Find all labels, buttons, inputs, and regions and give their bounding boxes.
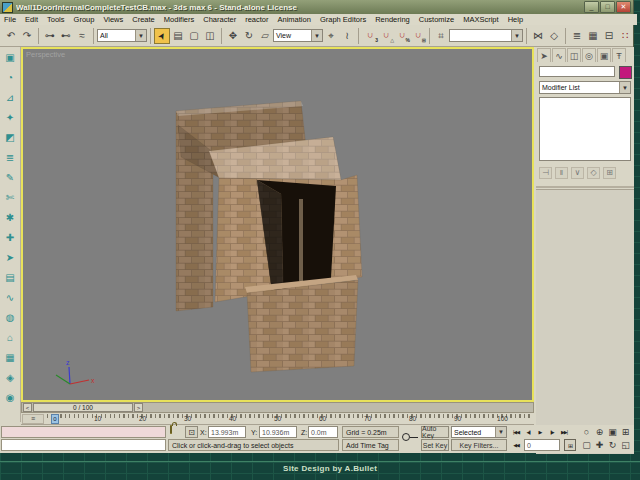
chevron-down-icon[interactable]: ▼ xyxy=(135,30,146,41)
menu-item[interactable]: Customize xyxy=(419,15,454,24)
next-frame-arrow[interactable]: > xyxy=(134,403,143,412)
left-toolbar-icon[interactable]: ◍ xyxy=(2,309,19,326)
key-filters-button[interactable]: Key Filters... xyxy=(451,439,507,451)
viewport-label[interactable]: Perspective xyxy=(26,50,65,59)
current-frame-field[interactable]: 0 xyxy=(524,439,560,451)
listener-field[interactable] xyxy=(1,439,166,451)
left-toolbar-icon[interactable]: ⊿ xyxy=(2,89,19,106)
mini-curve-editor-icon[interactable]: ≡ xyxy=(22,414,44,424)
unlink-selection-icon[interactable]: ⊷ xyxy=(58,28,74,44)
frame-marker[interactable]: 0 xyxy=(51,414,59,424)
selection-filter-dropdown[interactable]: All ▼ xyxy=(97,29,147,42)
chevron-down-icon[interactable]: ▼ xyxy=(495,427,506,437)
menu-item[interactable]: File xyxy=(4,15,16,24)
left-toolbar-icon[interactable]: ◈ xyxy=(2,369,19,386)
menu-item[interactable]: MAXScript xyxy=(463,15,498,24)
select-by-name-icon[interactable]: ▤ xyxy=(170,28,186,44)
use-pivot-center-icon[interactable]: ⌖ xyxy=(323,28,339,44)
schematic-view-icon[interactable]: ⊟ xyxy=(601,28,617,44)
modifier-stack-list[interactable] xyxy=(539,97,631,161)
left-toolbar-icon[interactable]: ◩ xyxy=(2,129,19,146)
selection-lock-icon[interactable] xyxy=(170,426,183,438)
macro-recorder-field[interactable] xyxy=(1,426,166,438)
named-selection-dropdown[interactable]: ▼ xyxy=(449,29,523,42)
mirror-icon[interactable]: ⋈ xyxy=(530,28,546,44)
maximize-button[interactable]: □ xyxy=(600,1,615,13)
play-icon[interactable]: ▶ xyxy=(534,426,546,438)
object-name-field[interactable] xyxy=(539,66,615,77)
named-selection-sets-icon[interactable]: ⌗ xyxy=(433,28,449,44)
region-zoom-icon[interactable]: ▢ xyxy=(580,439,593,451)
left-toolbar-icon[interactable]: ▦ xyxy=(2,349,19,366)
snap-toggle-3d-icon[interactable]: ∩3 xyxy=(362,28,378,44)
menu-item[interactable]: Views xyxy=(103,15,123,24)
key-filter-dropdown[interactable]: Selected ▼ xyxy=(451,426,507,438)
minimize-button[interactable]: _ xyxy=(584,1,599,13)
go-to-start-icon[interactable]: |◀◀ xyxy=(510,426,522,438)
set-key-button[interactable]: Set Key xyxy=(421,439,449,451)
menu-item[interactable]: Help xyxy=(508,15,523,24)
left-toolbar-icon[interactable]: ✄ xyxy=(2,189,19,206)
min-max-toggle-icon[interactable]: ◱ xyxy=(619,439,632,451)
close-button[interactable]: ✕ xyxy=(616,1,631,13)
menu-item[interactable]: Graph Editors xyxy=(320,15,366,24)
chevron-down-icon[interactable]: ▼ xyxy=(511,30,522,41)
left-toolbar-icon[interactable]: ✎ xyxy=(2,169,19,186)
track-bar[interactable]: ≡ 0 102030405060708090100 xyxy=(21,413,534,425)
tab-utilities[interactable]: Ŧ xyxy=(612,48,626,62)
configure-modifier-sets-icon[interactable]: ⊞ xyxy=(603,167,616,179)
menu-item[interactable]: Modifiers xyxy=(164,15,194,24)
menu-item[interactable]: Create xyxy=(132,15,155,24)
absolute-offset-toggle-icon[interactable]: ⊡ xyxy=(185,426,198,438)
select-and-link-icon[interactable]: ⊶ xyxy=(42,28,58,44)
bind-to-spacewarp-icon[interactable]: ≈ xyxy=(74,28,90,44)
time-configuration-icon[interactable]: ⊞ xyxy=(564,439,576,451)
time-slider-handle[interactable]: 0 / 100 xyxy=(33,403,133,412)
left-toolbar-icon[interactable]: ⌂ xyxy=(2,329,19,346)
select-manipulate-icon[interactable]: ≀ xyxy=(339,28,355,44)
left-toolbar-icon[interactable]: ◔ xyxy=(2,69,19,86)
left-toolbar-icon[interactable]: ▤ xyxy=(2,269,19,286)
object-color-swatch[interactable] xyxy=(619,66,632,79)
left-toolbar-icon[interactable]: ∿ xyxy=(2,289,19,306)
redo-icon[interactable]: ↷ xyxy=(19,28,35,44)
add-time-tag[interactable]: Add Time Tag xyxy=(342,439,399,451)
select-move-icon[interactable]: ✥ xyxy=(225,28,241,44)
tab-display[interactable]: ▣ xyxy=(597,48,611,62)
tab-create[interactable]: ➤ xyxy=(537,48,551,62)
menu-item[interactable]: Edit xyxy=(25,15,38,24)
zoom-all-icon[interactable]: ⊕ xyxy=(593,426,606,438)
zoom-extents-all-icon[interactable]: ⊞ xyxy=(619,426,632,438)
reference-coordinate-dropdown[interactable]: View ▼ xyxy=(273,29,323,42)
pin-stack-icon[interactable]: ⊣ xyxy=(539,167,552,179)
prev-frame-icon[interactable]: ◀| xyxy=(522,426,534,438)
zoom-extents-icon[interactable]: ▣ xyxy=(606,426,619,438)
left-toolbar-icon[interactable]: ≣ xyxy=(2,149,19,166)
z-coord-field[interactable]: 0.0m xyxy=(308,426,338,438)
time-slider[interactable]: < 0 / 100 > xyxy=(21,402,534,413)
undo-icon[interactable]: ↶ xyxy=(3,28,19,44)
spinner-snap-icon[interactable]: ∩⊞ xyxy=(410,28,426,44)
window-crossing-icon[interactable]: ◫ xyxy=(202,28,218,44)
tab-motion[interactable]: ◎ xyxy=(582,48,596,62)
left-toolbar-icon[interactable]: ✦ xyxy=(2,109,19,126)
left-toolbar-icon[interactable]: ➤ xyxy=(2,249,19,266)
percent-snap-icon[interactable]: ∩% xyxy=(394,28,410,44)
layer-manager-icon[interactable]: ≣ xyxy=(569,28,585,44)
go-to-end-icon[interactable]: ▶▶| xyxy=(558,426,570,438)
tab-hierarchy[interactable]: ◫ xyxy=(567,48,581,62)
menu-item[interactable]: Tools xyxy=(47,15,65,24)
chevron-down-icon[interactable]: ▼ xyxy=(619,82,630,93)
left-toolbar-icon[interactable]: ◉ xyxy=(2,389,19,406)
menu-item[interactable]: Animation xyxy=(278,15,311,24)
chevron-down-icon[interactable]: ▼ xyxy=(311,30,322,41)
left-toolbar-icon[interactable]: ▣ xyxy=(2,49,19,66)
viewport-canvas[interactable]: Perspective xyxy=(21,47,534,402)
material-editor-icon[interactable]: ∷ xyxy=(617,28,633,44)
x-coord-field[interactable]: 13.993m xyxy=(208,426,246,438)
remove-modifier-icon[interactable]: ◇ xyxy=(587,167,600,179)
menu-item[interactable]: reactor xyxy=(245,15,268,24)
tab-modify[interactable]: ∿ xyxy=(552,48,566,62)
modifier-list-dropdown[interactable]: Modifier List ▼ xyxy=(539,81,631,94)
show-end-result-icon[interactable]: ‖ xyxy=(555,167,568,179)
